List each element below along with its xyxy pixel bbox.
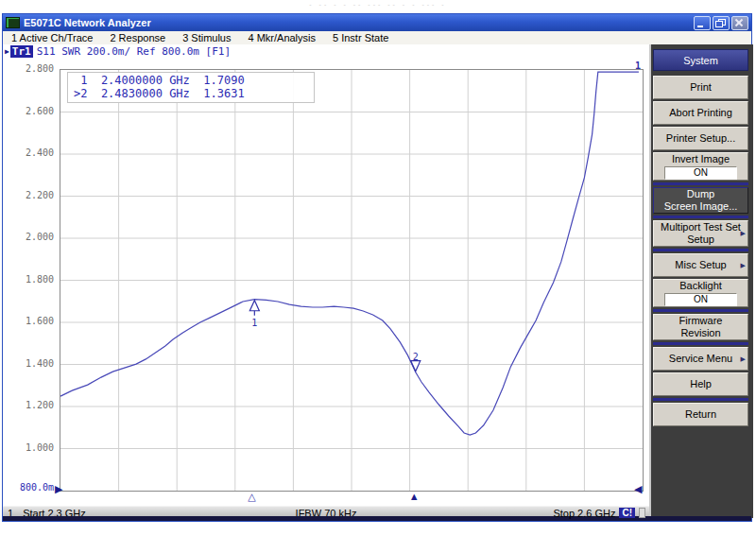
trace-number-label: 1 bbox=[635, 61, 641, 71]
marker-2-label: 2 bbox=[413, 352, 419, 362]
ref-level-indicator-left-icon: ▶ bbox=[55, 483, 62, 495]
softkey-separator bbox=[653, 398, 748, 401]
submenu-arrow-icon: ▶ bbox=[741, 227, 746, 239]
softkey-list: PrintAbort PrintingPrinter Setup...Inver… bbox=[651, 76, 753, 426]
menu-item-3-stimulus[interactable]: 3 Stimulus bbox=[174, 32, 239, 43]
softkey-label: Firmware Revision bbox=[679, 315, 723, 339]
softkey-help[interactable]: Help bbox=[653, 372, 748, 396]
marker-readout: 1 2.4000000 GHz 1.7090 >2 2.4830000 GHz … bbox=[67, 72, 315, 103]
minimize-icon bbox=[697, 26, 703, 27]
softkey-firmware-revision[interactable]: Firmware Revision bbox=[653, 314, 748, 340]
softkey-multiport-test-set-setup[interactable]: Multiport Test Set Setup▶ bbox=[653, 220, 748, 247]
softkey-label: Help bbox=[690, 378, 712, 390]
softkey-label: Misc Setup bbox=[675, 259, 726, 271]
marker-2-stimulus-indicator-icon: ▲ bbox=[409, 491, 420, 502]
top-artifact: - -- - - -- --- -- - - --- - bbox=[0, 1, 756, 8]
softkey-service-menu[interactable]: Service Menu▶ bbox=[653, 347, 748, 371]
softkey-label: Backlight bbox=[679, 280, 722, 292]
toggle-state: ON bbox=[664, 293, 737, 306]
softkey-label: Print bbox=[690, 81, 712, 94]
softkey-label: Invert Image bbox=[672, 153, 730, 165]
stop-frequency-label: Stop 2.6 GHz bbox=[553, 508, 615, 519]
marker-readout-line-2: >2 2.4830000 GHz 1.3631 bbox=[74, 87, 314, 100]
menu-bar: 1 Active Ch/Trace2 Response3 Stimulus4 M… bbox=[3, 31, 751, 45]
softkey-sidebar: System PrintAbort PrintingPrinter Setup.… bbox=[649, 44, 753, 518]
y-axis-tick-label: 1.000 bbox=[26, 442, 54, 453]
softkey-dump-screen-image[interactable]: Dump Screen Image... bbox=[653, 187, 748, 214]
submenu-arrow-icon: ▶ bbox=[741, 352, 746, 364]
softkey-misc-setup[interactable]: Misc Setup▶ bbox=[653, 253, 748, 277]
y-axis-tick-label: 2.000 bbox=[26, 232, 54, 242]
title-bar[interactable]: E5071C Network Analyzer bbox=[3, 14, 751, 31]
softkey-abort-printing[interactable]: Abort Printing bbox=[653, 101, 748, 125]
menu-item-2-response[interactable]: 2 Response bbox=[101, 32, 174, 43]
graticule: 121 1 2.4000000 GHz 1.7090 >2 2.4830000 … bbox=[60, 69, 644, 492]
softkey-separator bbox=[653, 309, 748, 312]
softkey-label: Abort Printing bbox=[669, 107, 732, 119]
trace-settings-text: S11 SWR 200.0m/ Ref 800.0m [F1] bbox=[37, 45, 231, 58]
y-axis-tick-label: 1.800 bbox=[26, 274, 54, 285]
ref-level-indicator-right-icon: ◀ bbox=[634, 483, 642, 495]
window-title: E5071C Network Analyzer bbox=[24, 17, 694, 28]
marker-readout-line-1: 1 2.4000000 GHz 1.7090 bbox=[74, 74, 314, 87]
softkey-menu-title[interactable]: System bbox=[653, 49, 748, 71]
page: - -- - - -- --- -- - - --- - E5071C Netw… bbox=[0, 0, 756, 536]
correction-status-badge: C! bbox=[619, 508, 635, 518]
softkey-label: Multiport Test Set Setup bbox=[661, 221, 741, 246]
y-axis-tick-label: 2.200 bbox=[26, 190, 54, 200]
softkey-label: Printer Setup... bbox=[666, 132, 735, 145]
swr-trace bbox=[60, 72, 639, 435]
toggle-state: ON bbox=[664, 166, 737, 180]
submenu-arrow-icon: ▶ bbox=[741, 258, 746, 270]
softkey-print[interactable]: Print bbox=[653, 76, 748, 99]
softkey-separator bbox=[653, 342, 748, 345]
y-axis-tick-label: 2.600 bbox=[26, 106, 54, 116]
y-axis-tick-label: 1.400 bbox=[26, 358, 54, 369]
close-button[interactable] bbox=[731, 16, 748, 30]
softkey-invert-image[interactable]: Invert ImageON bbox=[653, 152, 748, 181]
y-axis-tick-label: 2.800 bbox=[26, 63, 54, 74]
app-window: E5071C Network Analyzer 1 Active Ch/Trac… bbox=[2, 13, 752, 522]
ref-level-label: 800.0m bbox=[20, 482, 54, 493]
y-axis-tick-label: 1.600 bbox=[26, 316, 54, 326]
softkey-printer-setup[interactable]: Printer Setup... bbox=[653, 127, 748, 150]
softkey-separator bbox=[653, 249, 748, 251]
trace-label: Tr1 bbox=[10, 45, 33, 58]
badge-spacer bbox=[639, 508, 645, 518]
window-controls bbox=[694, 16, 748, 30]
softkey-label: Service Menu bbox=[669, 353, 732, 365]
minimize-button[interactable] bbox=[694, 16, 711, 30]
marker-1-stimulus-indicator-icon: △ bbox=[248, 491, 255, 503]
y-axis-labels: 2.8002.6002.4002.2002.0001.8001.6001.400… bbox=[3, 69, 56, 490]
menu-item-1-active-ch-trace[interactable]: 1 Active Ch/Trace bbox=[3, 32, 101, 43]
softkey-label: Return bbox=[685, 408, 716, 421]
softkey-backlight[interactable]: BacklightON bbox=[653, 279, 748, 307]
trace-plot: 121 bbox=[60, 70, 643, 491]
app-icon bbox=[6, 17, 20, 28]
instrument-display: ▶ Tr1 S11 SWR 200.0m/ Ref 800.0m [F1] 2.… bbox=[3, 44, 649, 518]
restore-button[interactable] bbox=[713, 16, 730, 30]
y-axis-tick-label: 2.400 bbox=[26, 147, 54, 158]
marker-1-label: 1 bbox=[251, 318, 257, 328]
softkey-separator bbox=[653, 182, 748, 185]
softkey-separator bbox=[653, 216, 748, 218]
y-axis-tick-label: 1.200 bbox=[26, 400, 54, 410]
trace-status-line: ▶ Tr1 S11 SWR 200.0m/ Ref 800.0m [F1] bbox=[5, 44, 231, 58]
menu-item-5-instr-state[interactable]: 5 Instr State bbox=[324, 32, 397, 43]
softkey-return[interactable]: Return bbox=[653, 403, 748, 426]
softkey-label: Dump Screen Image... bbox=[664, 188, 738, 213]
menu-item-4-mkr-analysis[interactable]: 4 Mkr/Analysis bbox=[239, 32, 324, 43]
active-trace-indicator-icon: ▶ bbox=[5, 47, 9, 56]
